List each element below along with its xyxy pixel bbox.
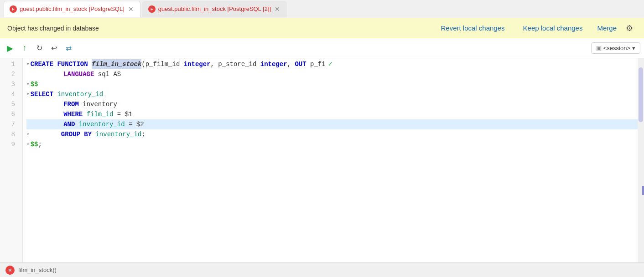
refresh-button[interactable]: ↻ xyxy=(33,42,46,55)
line-num-6: 6 xyxy=(4,109,19,119)
tab-label-1: guest.public.film_in_stock [PostgreSQL] xyxy=(20,5,125,12)
switch-button[interactable]: ⇄ xyxy=(62,42,75,55)
tab-close-1[interactable]: ✕ xyxy=(127,5,135,14)
line-num-1: 1 xyxy=(4,59,19,69)
check-mark-1: ✓ xyxy=(328,59,333,69)
line-numbers: 1 2 3 4 5 6 7 8 9 xyxy=(0,58,23,262)
status-bar: R film_in_stock() xyxy=(0,262,644,277)
line-num-8: 8 xyxy=(4,129,19,139)
line-num-3: 3 xyxy=(4,79,19,89)
tab-icon-2: F xyxy=(148,5,156,13)
refresh-icon: ↻ xyxy=(36,44,42,52)
switch-icon: ⇄ xyxy=(66,44,72,52)
fold-icon-9[interactable]: ▿ xyxy=(26,139,30,149)
code-line-6: WHERE film_id = $1 xyxy=(26,109,638,119)
run-icon: ▶ xyxy=(7,43,13,53)
code-line-1: ▾CREATE FUNCTION film_in_stock(p_film_id… xyxy=(26,59,638,69)
run-button[interactable]: ▶ xyxy=(4,42,16,55)
session-label: <session> xyxy=(603,45,630,51)
tab-label-2: guest.public.film_in_stock [PostgreSQL [… xyxy=(158,5,271,12)
line-num-9: 9 xyxy=(4,139,19,149)
up-arrow-icon: ↑ xyxy=(23,43,27,53)
status-icon: R xyxy=(5,266,15,275)
code-line-3: ▾$$ xyxy=(26,79,638,89)
chevron-down-icon: ▾ xyxy=(632,45,635,51)
fn-name-highlight: film_in_stock xyxy=(92,59,141,69)
tab-film-in-stock-2[interactable]: F guest.public.film_in_stock [PostgreSQL… xyxy=(142,1,287,17)
tab-bar: F guest.public.film_in_stock [PostgreSQL… xyxy=(0,0,644,18)
undo-button[interactable]: ↩ xyxy=(47,42,60,55)
line-num-4: 4 xyxy=(4,89,19,99)
code-line-8: ▿ GROUP BY inventory_id; xyxy=(26,129,638,139)
fold-icon-4[interactable]: ▾ xyxy=(26,89,30,99)
code-line-9: ▿$$; xyxy=(26,139,638,149)
merge-button[interactable]: Merge xyxy=(592,21,622,36)
keyword-create: CREATE xyxy=(31,59,53,69)
tab-film-in-stock-1[interactable]: F guest.public.film_in_stock [PostgreSQL… xyxy=(4,1,140,17)
status-fn-label: film_in_stock() xyxy=(18,267,57,273)
code-area[interactable]: ▾CREATE FUNCTION film_in_stock(p_film_id… xyxy=(23,58,638,262)
session-selector[interactable]: ▣ <session> ▾ xyxy=(591,42,640,54)
session-icon: ▣ xyxy=(596,45,602,51)
fold-icon-1[interactable]: ▾ xyxy=(26,59,30,69)
toolbar: ▶ ↑ ↻ ↩ ⇄ ▣ <session> ▾ xyxy=(0,38,644,58)
editor: 1 2 3 4 5 6 7 8 9 ▾CREATE FUNCTION film_… xyxy=(0,58,644,262)
code-line-7: AND inventory_id = $2 xyxy=(26,119,638,129)
undo-icon: ↩ xyxy=(51,44,57,52)
scrollbar-track[interactable] xyxy=(638,58,644,262)
line-num-7: 7 xyxy=(4,119,19,129)
tab-icon-1: F xyxy=(10,5,17,13)
upload-button[interactable]: ↑ xyxy=(18,42,31,55)
keep-local-changes-button[interactable]: Keep local changes xyxy=(514,21,592,36)
gear-icon[interactable]: ⚙ xyxy=(622,21,637,36)
revert-local-changes-button[interactable]: Revert local changes xyxy=(431,21,514,36)
code-line-4: ▾SELECT inventory_id xyxy=(26,89,638,99)
code-line-5: FROM inventory xyxy=(26,99,638,109)
fold-icon-8[interactable]: ▿ xyxy=(26,129,30,139)
fold-icon-3[interactable]: ▾ xyxy=(26,79,30,89)
keyword-function: FUNCTION xyxy=(57,59,88,69)
notification-actions: Revert local changes Keep local changes … xyxy=(431,21,637,36)
scrollbar-thumb[interactable] xyxy=(639,67,643,122)
line-num-2: 2 xyxy=(4,69,19,79)
tab-close-2[interactable]: ✕ xyxy=(274,5,281,14)
scrollbar-accent xyxy=(642,186,644,195)
notification-bar: Object has changed in database Revert lo… xyxy=(0,18,644,38)
code-line-2: LANGUAGE sql AS xyxy=(26,69,638,79)
notification-text: Object has changed in database xyxy=(7,25,431,32)
line-num-5: 5 xyxy=(4,99,19,109)
